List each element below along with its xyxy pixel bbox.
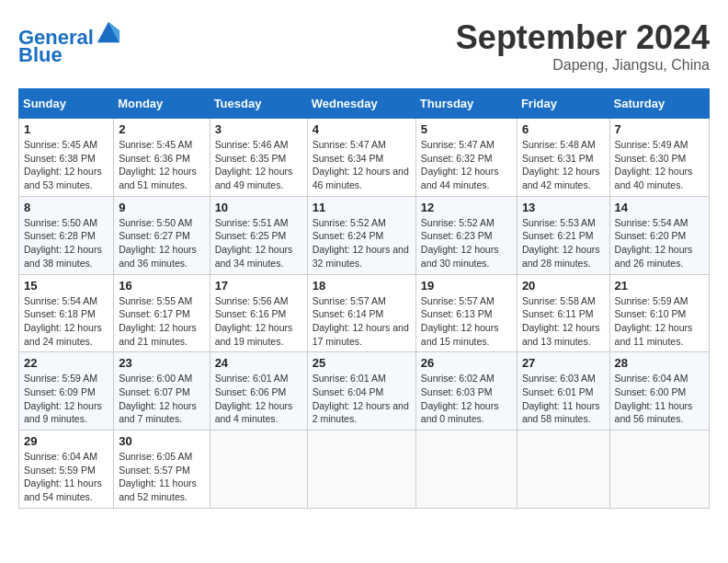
day-info: Sunrise: 5:47 AMSunset: 6:34 PMDaylight:… xyxy=(313,138,411,192)
calendar-cell: 23Sunrise: 6:00 AMSunset: 6:07 PMDayligh… xyxy=(114,352,210,431)
day-info: Sunrise: 5:57 AMSunset: 6:13 PMDaylight:… xyxy=(421,294,512,349)
day-number: 4 xyxy=(313,122,411,136)
calendar-cell: 24Sunrise: 6:01 AMSunset: 6:06 PMDayligh… xyxy=(210,352,307,431)
day-info: Sunrise: 5:52 AMSunset: 6:23 PMDaylight:… xyxy=(421,216,512,270)
calendar-cell: 11Sunrise: 5:52 AMSunset: 6:24 PMDayligh… xyxy=(307,196,415,274)
calendar-cell: 30Sunrise: 6:05 AMSunset: 5:57 PMDayligh… xyxy=(114,431,210,509)
calendar-cell: 27Sunrise: 6:03 AMSunset: 6:01 PMDayligh… xyxy=(517,352,609,431)
day-info: Sunrise: 6:01 AMSunset: 6:06 PMDaylight:… xyxy=(215,372,302,426)
day-number: 3 xyxy=(215,122,302,136)
calendar-cell: 21Sunrise: 5:59 AMSunset: 6:10 PMDayligh… xyxy=(609,274,709,352)
day-info: Sunrise: 5:45 AMSunset: 6:38 PMDaylight:… xyxy=(24,138,108,192)
day-number: 12 xyxy=(421,201,512,214)
day-info: Sunrise: 6:01 AMSunset: 6:04 PMDaylight:… xyxy=(313,372,411,426)
calendar-week-row: 8Sunrise: 5:50 AMSunset: 6:28 PMDaylight… xyxy=(19,196,710,274)
logo-icon xyxy=(96,18,121,44)
day-info: Sunrise: 5:54 AMSunset: 6:20 PMDaylight:… xyxy=(615,216,704,270)
day-number: 14 xyxy=(615,201,704,214)
day-info: Sunrise: 5:59 AMSunset: 6:09 PMDaylight:… xyxy=(24,372,108,426)
day-number: 24 xyxy=(215,356,302,370)
page-header: General Blue September 2024 Dapeng, Jian… xyxy=(18,18,710,74)
calendar-cell: 16Sunrise: 5:55 AMSunset: 6:17 PMDayligh… xyxy=(114,274,210,352)
day-number: 2 xyxy=(119,122,204,136)
logo: General Blue xyxy=(18,18,121,67)
calendar-week-row: 22Sunrise: 5:59 AMSunset: 6:09 PMDayligh… xyxy=(19,352,710,431)
calendar-cell: 13Sunrise: 5:53 AMSunset: 6:21 PMDayligh… xyxy=(517,196,609,274)
day-number: 13 xyxy=(522,201,605,214)
location: Dapeng, Jiangsu, China xyxy=(456,57,710,74)
day-info: Sunrise: 6:00 AMSunset: 6:07 PMDaylight:… xyxy=(119,372,204,426)
calendar-table: SundayMondayTuesdayWednesdayThursdayFrid… xyxy=(18,88,710,509)
day-info: Sunrise: 6:03 AMSunset: 6:01 PMDaylight:… xyxy=(522,372,605,426)
day-info: Sunrise: 5:57 AMSunset: 6:14 PMDaylight:… xyxy=(313,294,411,349)
calendar-week-row: 29Sunrise: 6:04 AMSunset: 5:59 PMDayligh… xyxy=(19,431,710,509)
calendar-cell xyxy=(415,431,517,509)
day-number: 11 xyxy=(313,201,411,214)
calendar-cell: 29Sunrise: 6:04 AMSunset: 5:59 PMDayligh… xyxy=(19,431,114,509)
day-info: Sunrise: 5:49 AMSunset: 6:30 PMDaylight:… xyxy=(615,138,704,192)
day-number: 19 xyxy=(421,279,512,293)
day-info: Sunrise: 5:48 AMSunset: 6:31 PMDaylight:… xyxy=(522,138,605,192)
day-number: 18 xyxy=(313,279,411,293)
day-number: 22 xyxy=(24,356,108,370)
calendar-cell: 2Sunrise: 5:45 AMSunset: 6:36 PMDaylight… xyxy=(114,119,210,197)
day-number: 10 xyxy=(215,201,302,214)
day-number: 16 xyxy=(119,279,204,293)
calendar-cell xyxy=(307,431,415,509)
calendar-cell: 6Sunrise: 5:48 AMSunset: 6:31 PMDaylight… xyxy=(517,119,609,197)
day-info: Sunrise: 5:45 AMSunset: 6:36 PMDaylight:… xyxy=(119,138,204,192)
calendar-body: 1Sunrise: 5:45 AMSunset: 6:38 PMDaylight… xyxy=(19,119,710,509)
day-number: 6 xyxy=(522,122,605,136)
weekday-header-friday: Friday xyxy=(517,89,609,119)
day-info: Sunrise: 5:50 AMSunset: 6:28 PMDaylight:… xyxy=(24,216,108,270)
weekday-header-tuesday: Tuesday xyxy=(210,89,307,119)
calendar-cell: 1Sunrise: 5:45 AMSunset: 6:38 PMDaylight… xyxy=(19,119,114,197)
calendar-week-row: 15Sunrise: 5:54 AMSunset: 6:18 PMDayligh… xyxy=(19,274,710,352)
calendar-cell: 19Sunrise: 5:57 AMSunset: 6:13 PMDayligh… xyxy=(415,274,517,352)
day-number: 17 xyxy=(215,279,302,293)
day-number: 25 xyxy=(313,356,411,370)
day-info: Sunrise: 5:51 AMSunset: 6:25 PMDaylight:… xyxy=(215,216,302,270)
day-number: 5 xyxy=(421,122,512,136)
calendar-cell xyxy=(210,431,307,509)
calendar-cell xyxy=(609,431,709,509)
calendar-cell: 15Sunrise: 5:54 AMSunset: 6:18 PMDayligh… xyxy=(19,274,114,352)
day-info: Sunrise: 5:47 AMSunset: 6:32 PMDaylight:… xyxy=(421,138,512,192)
calendar-cell: 25Sunrise: 6:01 AMSunset: 6:04 PMDayligh… xyxy=(307,352,415,431)
day-number: 1 xyxy=(24,122,108,136)
calendar-cell xyxy=(517,431,609,509)
day-info: Sunrise: 5:46 AMSunset: 6:35 PMDaylight:… xyxy=(215,138,302,192)
day-number: 28 xyxy=(615,356,704,370)
calendar-cell: 22Sunrise: 5:59 AMSunset: 6:09 PMDayligh… xyxy=(19,352,114,431)
day-number: 29 xyxy=(24,434,108,448)
day-info: Sunrise: 6:04 AMSunset: 6:00 PMDaylight:… xyxy=(615,372,704,426)
day-info: Sunrise: 5:54 AMSunset: 6:18 PMDaylight:… xyxy=(24,294,108,349)
day-info: Sunrise: 5:55 AMSunset: 6:17 PMDaylight:… xyxy=(119,294,204,349)
day-info: Sunrise: 6:05 AMSunset: 5:57 PMDaylight:… xyxy=(119,450,204,504)
day-number: 7 xyxy=(615,122,704,136)
weekday-header-saturday: Saturday xyxy=(609,89,709,119)
weekday-header-monday: Monday xyxy=(114,89,210,119)
calendar-cell: 14Sunrise: 5:54 AMSunset: 6:20 PMDayligh… xyxy=(609,196,709,274)
title-area: September 2024 Dapeng, Jiangsu, China xyxy=(456,18,710,74)
calendar-cell: 10Sunrise: 5:51 AMSunset: 6:25 PMDayligh… xyxy=(210,196,307,274)
weekday-header-thursday: Thursday xyxy=(415,89,517,119)
day-info: Sunrise: 6:02 AMSunset: 6:03 PMDaylight:… xyxy=(421,372,512,426)
calendar-cell: 7Sunrise: 5:49 AMSunset: 6:30 PMDaylight… xyxy=(609,119,709,197)
calendar-cell: 26Sunrise: 6:02 AMSunset: 6:03 PMDayligh… xyxy=(415,352,517,431)
calendar-cell: 28Sunrise: 6:04 AMSunset: 6:00 PMDayligh… xyxy=(609,352,709,431)
day-info: Sunrise: 5:53 AMSunset: 6:21 PMDaylight:… xyxy=(522,216,605,270)
day-info: Sunrise: 5:52 AMSunset: 6:24 PMDaylight:… xyxy=(313,216,411,270)
day-info: Sunrise: 6:04 AMSunset: 5:59 PMDaylight:… xyxy=(24,450,108,504)
calendar-cell: 9Sunrise: 5:50 AMSunset: 6:27 PMDaylight… xyxy=(114,196,210,274)
calendar-cell: 3Sunrise: 5:46 AMSunset: 6:35 PMDaylight… xyxy=(210,119,307,197)
weekday-header-sunday: Sunday xyxy=(19,89,114,119)
calendar-cell: 20Sunrise: 5:58 AMSunset: 6:11 PMDayligh… xyxy=(517,274,609,352)
calendar-cell: 8Sunrise: 5:50 AMSunset: 6:28 PMDaylight… xyxy=(19,196,114,274)
day-info: Sunrise: 5:58 AMSunset: 6:11 PMDaylight:… xyxy=(522,294,605,349)
day-number: 30 xyxy=(119,434,204,448)
day-number: 26 xyxy=(421,356,512,370)
calendar-cell: 12Sunrise: 5:52 AMSunset: 6:23 PMDayligh… xyxy=(415,196,517,274)
day-number: 20 xyxy=(522,279,605,293)
day-number: 23 xyxy=(119,356,204,370)
